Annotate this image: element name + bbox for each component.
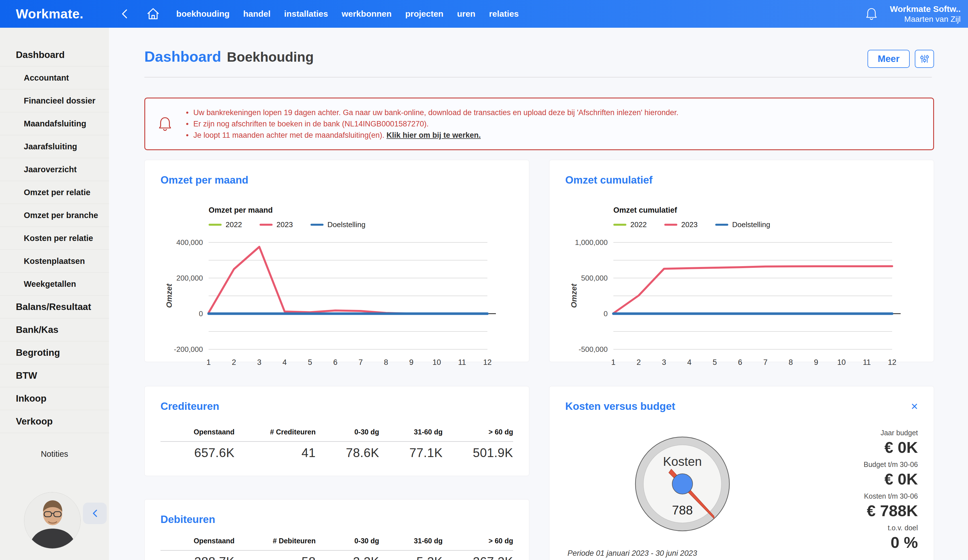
table-value: 5.2K bbox=[379, 555, 443, 560]
sidebar-item-omzet-per-relatie[interactable]: Omzet per relatie bbox=[0, 181, 109, 204]
topnav-item-installaties[interactable]: installaties bbox=[284, 9, 328, 19]
svg-text:4: 4 bbox=[687, 358, 691, 367]
svg-text:2: 2 bbox=[636, 358, 641, 367]
panel-kosten-versus-budget: Kosten versus budget × Kosten 788 Jaar b… bbox=[549, 386, 934, 560]
legend-swatch bbox=[613, 224, 627, 226]
sidebar-item-omzet-per-branche[interactable]: Omzet per branche bbox=[0, 204, 109, 227]
svg-text:1: 1 bbox=[611, 358, 615, 367]
sidebar-item-financieel-dossier[interactable]: Financieel dossier bbox=[0, 89, 109, 112]
alert-banner: Uw bankrekeningen lopen 19 dagen achter.… bbox=[144, 97, 934, 150]
avatar[interactable] bbox=[24, 492, 81, 549]
stat-value: € 0K bbox=[864, 438, 918, 456]
topnav-item-projecten[interactable]: projecten bbox=[405, 9, 444, 19]
sidebar-item-jaaroverzicht[interactable]: Jaaroverzicht bbox=[0, 158, 109, 181]
table-header: 0-30 dg bbox=[316, 537, 379, 545]
svg-text:11: 11 bbox=[863, 358, 871, 367]
sidebar-item-accountant[interactable]: Accountant bbox=[0, 66, 109, 89]
svg-text:3: 3 bbox=[257, 358, 262, 367]
back-chevron-icon[interactable] bbox=[120, 8, 129, 20]
svg-text:-500,000: -500,000 bbox=[578, 345, 608, 354]
svg-text:8: 8 bbox=[384, 358, 388, 367]
sidebar-collapse-button[interactable] bbox=[83, 502, 107, 524]
table-header: > 60 dg bbox=[443, 537, 513, 545]
sidebar-item-maandafsluiting[interactable]: Maandafsluiting bbox=[0, 112, 109, 135]
page-title[interactable]: Dashboard bbox=[144, 48, 221, 65]
alert-link[interactable]: Klik hier om bij te werken. bbox=[386, 131, 481, 139]
budget-stats: Jaar budget€ 0KBudget t/m 30-06€ 0KKoste… bbox=[864, 429, 918, 555]
chart-omzet-per-maand: Omzet per maand20222023Doelstelling400,0… bbox=[161, 206, 513, 374]
sidebar-item-btw[interactable]: BTW bbox=[0, 364, 109, 387]
gauge-hub bbox=[672, 474, 693, 494]
table-header: # Debiteuren bbox=[235, 537, 316, 545]
sidebar-item-bank-kas[interactable]: Bank/Kas bbox=[0, 319, 109, 341]
table-header: > 60 dg bbox=[443, 428, 513, 436]
stat-label: t.o.v. doel bbox=[864, 524, 918, 532]
sidebar-item-kostenplaatsen[interactable]: Kostenplaatsen bbox=[0, 250, 109, 273]
topnav-item-boekhouding[interactable]: boekhouding bbox=[176, 9, 230, 19]
svg-text:500,000: 500,000 bbox=[581, 274, 608, 282]
table-value: 267.2K bbox=[443, 555, 513, 560]
gauge-value: 788 bbox=[672, 503, 693, 517]
account-info[interactable]: Workmate Softw.. Maarten van Zijl bbox=[890, 4, 961, 24]
table-header: 31-60 dg bbox=[379, 537, 443, 545]
legend-item-2022: 2022 bbox=[209, 220, 242, 229]
topnav-item-werkbonnen[interactable]: werkbonnen bbox=[341, 9, 392, 19]
stat-label: Budget t/m 30-06 bbox=[864, 461, 918, 469]
svg-text:6: 6 bbox=[738, 358, 742, 367]
table-header-row: Openstaand# Crediteuren0-30 dg31-60 dg> … bbox=[161, 428, 513, 436]
alert-list: Uw bankrekeningen lopen 19 dagen achter.… bbox=[185, 107, 678, 141]
topnav-item-relaties[interactable]: relaties bbox=[489, 9, 519, 19]
gauge-label: Kosten bbox=[663, 454, 702, 468]
table-divider bbox=[161, 550, 513, 551]
chart-title: Omzet cumulatief bbox=[613, 206, 918, 215]
table-header-row: Openstaand# Debiteuren0-30 dg31-60 dg> 6… bbox=[161, 537, 513, 545]
table-divider bbox=[161, 441, 513, 442]
chart-legend: 20222023Doelstelling bbox=[613, 220, 918, 229]
svg-text:1: 1 bbox=[206, 358, 211, 367]
panel-title: Omzet per maand bbox=[161, 174, 513, 186]
notification-bell-icon[interactable] bbox=[865, 7, 878, 21]
periode-text: Periode 01 januari 2023 - 30 juni 2023 bbox=[567, 549, 697, 558]
svg-text:4: 4 bbox=[282, 358, 287, 367]
alert-text: Er zijn nog afschriften te boeken in de … bbox=[193, 120, 429, 128]
sidebar-item-notities[interactable]: Notities bbox=[0, 449, 109, 459]
sidebar-item-weekgetallen[interactable]: Weekgetallen bbox=[0, 273, 109, 296]
stat-block: t.o.v. doel0 % bbox=[864, 524, 918, 552]
sidebar-item-verkoop[interactable]: Verkoop bbox=[0, 410, 109, 433]
company-name: Workmate Softw.. bbox=[890, 4, 961, 15]
svg-text:5: 5 bbox=[308, 358, 312, 367]
svg-text:6: 6 bbox=[333, 358, 337, 367]
stat-label: Jaar budget bbox=[864, 429, 918, 437]
sidebar-item-jaarafsluiting[interactable]: Jaarafsluiting bbox=[0, 135, 109, 158]
filter-settings-button[interactable] bbox=[915, 50, 934, 68]
sidebar-item-inkoop[interactable]: Inkoop bbox=[0, 387, 109, 410]
legend-item-2022: 2022 bbox=[613, 220, 647, 229]
topnav-item-handel[interactable]: handel bbox=[243, 9, 270, 19]
svg-text:0: 0 bbox=[199, 309, 203, 318]
table-header: Openstaand bbox=[161, 537, 235, 545]
chart-title: Omzet per maand bbox=[209, 206, 513, 215]
sidebar-item-dashboard[interactable]: Dashboard bbox=[0, 43, 109, 66]
svg-text:200,000: 200,000 bbox=[176, 274, 203, 282]
svg-text:7: 7 bbox=[763, 358, 767, 367]
home-icon[interactable] bbox=[146, 7, 161, 21]
topbar-nav: boekhoudinghandelinstallatieswerkbonnenp… bbox=[176, 9, 519, 19]
meer-button[interactable]: Meer bbox=[867, 50, 910, 68]
table-value: 41 bbox=[235, 446, 316, 460]
sidebar-item-kosten-per-relatie[interactable]: Kosten per relatie bbox=[0, 227, 109, 250]
workmate-logo[interactable]: Workmate. bbox=[16, 6, 83, 21]
kosten-gauge: Kosten 788 bbox=[634, 436, 731, 532]
sidebar: DashboardAccountantFinancieel dossierMaa… bbox=[0, 28, 109, 560]
stat-value: € 0K bbox=[864, 470, 918, 488]
table-value: 77.1K bbox=[379, 446, 443, 460]
sidebar-item-balans-resultaat[interactable]: Balans/Resultaat bbox=[0, 296, 109, 319]
alert-bullet-1: Uw bankrekeningen lopen 19 dagen achter.… bbox=[185, 107, 678, 118]
close-icon[interactable]: × bbox=[911, 400, 918, 412]
panel-omzet-per-maand: Omzet per maand Omzet per maand20222023D… bbox=[144, 160, 529, 362]
sidebar-item-begroting[interactable]: Begroting bbox=[0, 341, 109, 364]
chart-plot: 400,000200,0000-200,000123456789101112Om… bbox=[161, 233, 514, 374]
topnav-item-uren[interactable]: uren bbox=[457, 9, 476, 19]
table-value: 288.7K bbox=[161, 555, 235, 560]
legend-swatch bbox=[664, 224, 677, 226]
legend-label: Doelstelling bbox=[328, 220, 365, 229]
